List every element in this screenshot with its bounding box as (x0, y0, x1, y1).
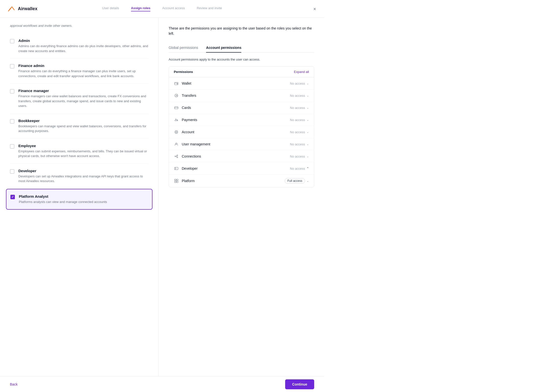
permissions-description: Account permissions apply to the account… (169, 58, 314, 61)
access-label-developer: No access (290, 167, 305, 170)
svg-rect-3 (175, 107, 178, 109)
role-name-bookkeeper: Bookkeeper (18, 119, 149, 123)
role-item-bookkeeper[interactable]: Bookkeeper Bookkeepers can manage spend … (10, 114, 149, 139)
permission-name-platform: Platform (182, 179, 195, 183)
checkbox-bookkeeper[interactable] (10, 119, 14, 124)
svg-rect-14 (177, 181, 178, 183)
right-panel: These are the permissions you are assign… (159, 18, 324, 376)
role-desc-finance-manager: Finance managers can view wallet balance… (18, 94, 149, 108)
step-account-access[interactable]: Account access (162, 6, 185, 11)
permission-row-wallet: Wallet No access ⌄ (169, 77, 314, 90)
access-label-payments: No access (290, 118, 305, 122)
platform-icon (174, 178, 179, 183)
role-name-employee: Employee (18, 144, 149, 148)
access-label-wallet: No access (290, 82, 305, 85)
transfers-icon (174, 93, 179, 98)
chevron-transfers[interactable]: ⌄ (306, 94, 309, 97)
checkbox-employee[interactable] (10, 144, 14, 149)
permission-name-connections: Connections (182, 154, 201, 158)
permissions-header-label: Permissions (174, 70, 193, 74)
access-label-connections: No access (290, 155, 305, 158)
svg-rect-11 (175, 179, 176, 181)
step-user-details[interactable]: User details (102, 6, 119, 11)
svg-point-8 (177, 155, 178, 156)
chevron-platform[interactable]: ⌄ (306, 179, 309, 183)
developer-icon (174, 166, 179, 171)
svg-point-4 (175, 131, 178, 133)
role-item-employee[interactable]: Employee Employees can submit expenses, … (10, 139, 149, 164)
access-label-user-management: No access (290, 142, 305, 146)
role-desc-developer: Developers can set up Airwallex integrat… (18, 174, 149, 184)
role-name-developer: Developer (18, 169, 149, 173)
role-desc-finance-admin: Finance admins can do everything a finan… (18, 69, 149, 78)
chevron-developer[interactable]: ⌃ (306, 167, 309, 170)
permission-row-connections: Connections No access ⌄ (169, 150, 314, 163)
role-name-finance-manager: Finance manager (18, 89, 149, 93)
logo: Airwallex (8, 6, 37, 12)
permissions-table: Permissions Expand all Wallet No access … (169, 66, 314, 187)
close-button[interactable]: × (313, 6, 316, 12)
back-button[interactable]: Back (10, 382, 18, 386)
step-review-invite[interactable]: Review and invite (197, 6, 222, 11)
chevron-connections[interactable]: ⌄ (306, 155, 309, 158)
role-item-admin[interactable]: Admin Admins can do everything finance a… (10, 33, 149, 59)
header: Airwallex User details Assign roles Acco… (0, 0, 324, 18)
role-item-finance-manager[interactable]: Finance manager Finance managers can vie… (10, 84, 149, 114)
left-panel-top-text: approval workflows and invite other owne… (10, 24, 149, 28)
role-name-finance-admin: Finance admin (18, 64, 149, 68)
role-desc-employee: Employees can submit expenses, reimburse… (18, 149, 149, 159)
main-content: approval workflows and invite other owne… (0, 18, 324, 376)
account-icon (174, 130, 179, 134)
checkbox-admin[interactable] (10, 39, 14, 43)
role-desc-bookkeeper: Bookkeepers can manage spend and view wa… (18, 124, 149, 133)
permission-row-user-management: User management No access ⌄ (169, 138, 314, 150)
logo-text: Airwallex (18, 6, 37, 11)
role-item-developer[interactable]: Developer Developers can set up Airwalle… (10, 164, 149, 189)
tab-global-permissions[interactable]: Global permissions (169, 43, 198, 53)
chevron-user-management[interactable]: ⌄ (306, 142, 309, 146)
role-name-platform-analyst: Platform Analyst (19, 194, 107, 198)
permission-name-cards: Cards (182, 106, 191, 110)
payments-icon (174, 117, 179, 122)
chevron-account[interactable]: ⌄ (306, 130, 309, 134)
checkbox-platform-analyst[interactable] (10, 195, 15, 199)
right-panel-intro: These are the permissions you are assign… (169, 26, 314, 36)
role-desc-admin: Admins can do everything finance admins … (18, 44, 149, 53)
chevron-cards[interactable]: ⌄ (306, 106, 309, 109)
access-label-cards: No access (290, 106, 305, 110)
access-badge-platform: Full access (285, 178, 305, 184)
svg-rect-13 (175, 181, 176, 183)
checkbox-developer[interactable] (10, 169, 14, 174)
role-desc-platform-analyst: Platforms analysts can view and manage c… (19, 199, 107, 204)
logo-icon (8, 6, 16, 12)
user-management-icon (174, 142, 179, 147)
stepper: User details Assign roles Account access… (102, 6, 222, 11)
step-assign-roles[interactable]: Assign roles (131, 6, 150, 11)
cards-icon (174, 105, 179, 110)
checkbox-finance-manager[interactable] (10, 89, 14, 94)
chevron-payments[interactable]: ⌄ (306, 118, 309, 122)
permission-name-user-management: User management (182, 142, 210, 146)
expand-all-button[interactable]: Expand all (294, 70, 309, 74)
permission-row-account: Account No access ⌄ (169, 126, 314, 138)
permission-row-platform: Platform Full access ⌄ (169, 175, 314, 187)
wallet-icon (174, 81, 179, 86)
tabs: Global permissions Account permissions (169, 43, 314, 53)
permission-name-transfers: Transfers (182, 94, 196, 98)
role-item-finance-admin[interactable]: Finance admin Finance admins can do ever… (10, 59, 149, 84)
access-label-transfers: No access (290, 94, 305, 98)
footer: Back Continue (0, 376, 324, 392)
permission-name-wallet: Wallet (182, 81, 191, 85)
left-panel: approval workflows and invite other owne… (0, 18, 159, 376)
svg-rect-12 (177, 179, 178, 181)
role-item-platform-analyst[interactable]: Platform Analyst Platforms analysts can … (6, 189, 152, 210)
role-name-admin: Admin (18, 38, 149, 43)
chevron-wallet[interactable]: ⌄ (306, 82, 309, 85)
svg-point-5 (176, 131, 177, 133)
tab-account-permissions[interactable]: Account permissions (206, 43, 241, 53)
continue-button[interactable]: Continue (285, 379, 314, 389)
permissions-table-header: Permissions Expand all (169, 66, 314, 77)
svg-rect-10 (175, 167, 178, 170)
permission-row-cards: Cards No access ⌄ (169, 102, 314, 114)
checkbox-finance-admin[interactable] (10, 64, 14, 68)
